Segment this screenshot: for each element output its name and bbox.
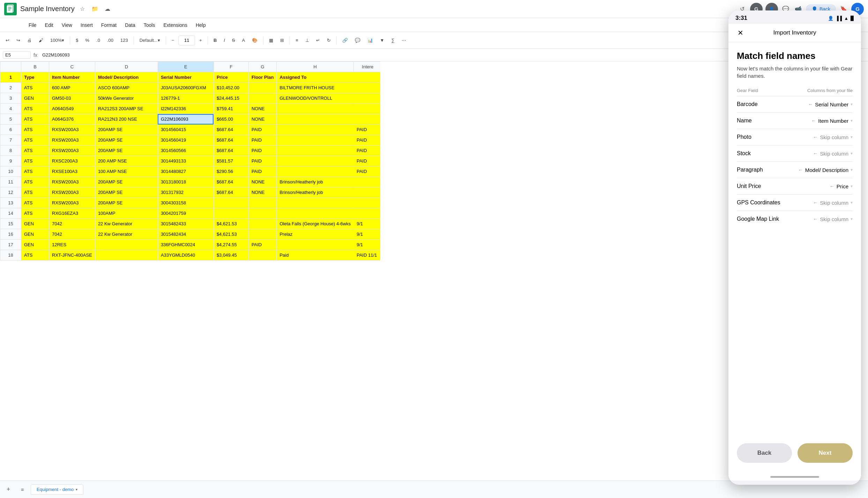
field-value-gps: Skip column [820,200,848,206]
format-123-btn[interactable]: 123 [118,36,131,44]
field-row-google-map: Google Map Link ← Skip column ▾ [737,211,853,227]
undo-btn[interactable]: ↩ [3,36,12,44]
redo-btn[interactable]: ↪ [14,36,23,44]
field-mapping-paragraph[interactable]: ← Model/ Description ▾ [798,167,853,173]
menu-extensions[interactable]: Extensions [159,21,191,29]
functions-btn[interactable]: ∑ [389,36,397,44]
cloud-icon[interactable]: ☁ [103,4,112,14]
filter-btn[interactable]: ▼ [377,36,387,44]
more-btn[interactable]: ⋯ [399,36,409,44]
field-mapping-photo[interactable]: ← Skip column ▾ [813,134,853,140]
align-btn[interactable]: ≡ [293,36,301,44]
bold-btn[interactable]: B [211,36,219,44]
close-button[interactable]: ✕ [735,28,745,38]
currency-btn[interactable]: $ [73,36,81,44]
font-selector[interactable]: Default... ▾ [137,36,163,44]
table-row: 14 ATS RXG16EZA3 100AMP 3004201759 [0,208,381,219]
col-header-c[interactable]: C [49,62,95,72]
menu-insert[interactable]: Insert [76,21,97,29]
italic-btn[interactable]: I [221,36,228,44]
font-size-dec-btn[interactable]: − [169,36,177,44]
decimal-inc-btn[interactable]: .0 [93,36,103,44]
field-mapping-google-map[interactable]: ← Skip column ▾ [813,216,853,222]
col-header-i[interactable]: Intere [354,62,380,72]
header-cell-price[interactable]: Price [214,72,248,83]
field-row-paragraph: Paragraph ← Model/ Description ▾ [737,161,853,178]
font-size-input[interactable]: 11 [178,36,195,45]
home-indicator [770,476,819,478]
field-row-unit-price: Unit Price ← Price ▾ [737,178,853,194]
menu-file[interactable]: File [24,21,41,29]
zoom-selector[interactable]: 100% ▾ [47,36,67,44]
header-cell-assigned[interactable]: Assigned To [277,72,354,83]
strikethrough-btn[interactable]: S [229,36,238,44]
menu-data[interactable]: Data [121,21,140,29]
table-row: 6 ATS RXSW200A3 200AMP SE 3014560415 $68… [0,124,381,135]
cell-reference[interactable]: E5 [3,51,31,59]
link-btn[interactable]: 🔗 [339,36,351,44]
field-mapping-name[interactable]: ← Item Number ▾ [811,118,853,124]
mobile-overlay: 3:31 👤 ▐▐ ▲ ▉ ✕ Import Inventory Match f… [728,10,861,485]
star-icon[interactable]: ☆ [77,4,87,14]
back-button[interactable]: Back [737,443,792,463]
col-header-e[interactable]: E [158,62,214,72]
font-size-inc-btn[interactable]: + [196,36,205,44]
divider2 [134,36,134,45]
field-label-barcode: Barcode [737,101,758,107]
col-header-d[interactable]: D [95,62,158,72]
comment-btn[interactable]: 💬 [352,36,363,44]
table-row: 13 ATS RXSW200A3 200AMP SE 3004303158 [0,198,381,208]
menu-help[interactable]: Help [192,21,210,29]
chevron-barcode: ▾ [851,102,853,107]
header-cell-item[interactable]: Item Number [49,72,95,83]
add-sheet-btn[interactable]: + [3,484,14,495]
fill-color-btn[interactable]: 🎨 [249,36,260,44]
field-mapping-stock[interactable]: ← Skip column ▾ [813,151,853,157]
gear-field-header: Gear Field [737,88,758,93]
menu-tools[interactable]: Tools [140,21,159,29]
valign-btn[interactable]: ⊥ [302,36,312,44]
field-mapping-gps[interactable]: ← Skip column ▾ [813,200,853,206]
percent-btn[interactable]: % [82,36,92,44]
tab-chevron-icon: ▾ [76,488,77,491]
menu-edit[interactable]: Edit [41,21,58,29]
header-cell-type[interactable]: Type [21,72,49,83]
file-title: Sample Inventory [20,5,75,13]
header-cell-model[interactable]: Model/ Description [95,72,158,83]
col-header-f[interactable]: F [214,62,248,72]
field-mapping-barcode[interactable]: ← Serial Number ▾ [808,101,853,107]
header-cell-floor[interactable]: Floor Plan [248,72,277,83]
col-header-g[interactable]: G [248,62,277,72]
rotate-btn[interactable]: ↻ [324,36,334,44]
field-label-google-map: Google Map Link [737,216,779,222]
chart-btn[interactable]: 📊 [365,36,376,44]
sheet-tab-equipment[interactable]: Equipment - demo ▾ [31,484,83,495]
sheet-menu-btn[interactable]: ≡ [17,484,28,495]
arrow-icon-google-map: ← [813,216,818,222]
decimal-dec-btn[interactable]: .00 [104,36,116,44]
menu-view[interactable]: View [58,21,76,29]
col-header-h[interactable]: H [277,62,354,72]
next-button[interactable]: Next [798,443,853,463]
field-mapping-unit-price[interactable]: ← Price ▾ [830,183,853,189]
arrow-icon-paragraph: ← [798,167,803,173]
field-value-google-map: Skip column [820,216,848,222]
merge-btn[interactable]: ⊞ [277,36,287,44]
borders-btn[interactable]: ▦ [266,36,276,44]
divider1 [70,36,70,45]
paint-format-btn[interactable]: 🖌 [36,36,46,44]
print-btn[interactable]: 🖨 [24,36,35,44]
menu-format[interactable]: Format [97,21,121,29]
field-label-stock: Stock [737,150,751,157]
col-header-b[interactable]: B [21,62,49,72]
chevron-stock: ▾ [851,151,853,156]
svg-rect-1 [7,5,13,13]
sheet-tab-label: Equipment - demo [37,487,74,492]
header-cell-serial[interactable]: Serial Number [158,72,214,83]
wrap-btn[interactable]: ↵ [313,36,323,44]
table-row: 1 Type Item Number Model/ Description Se… [0,72,381,83]
match-title: Match field names [737,51,853,61]
text-color-btn[interactable]: A [239,36,248,44]
sheets-logo [4,3,17,15]
folder-icon[interactable]: 📁 [90,4,100,14]
